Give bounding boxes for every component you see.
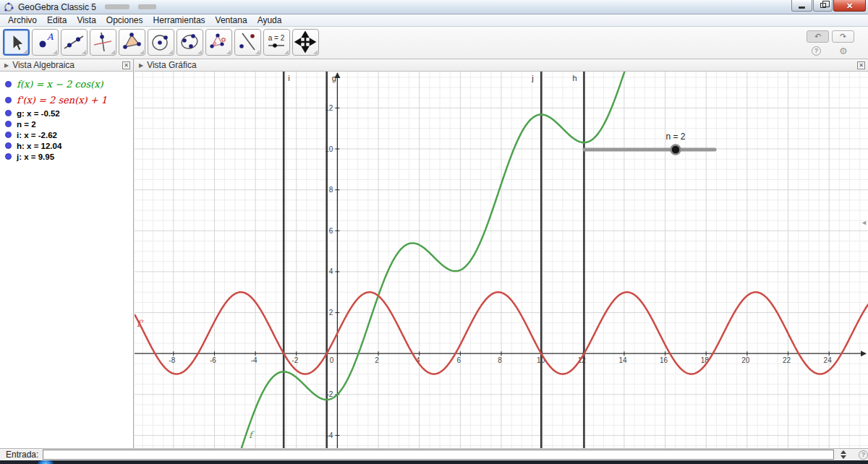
line-label-j: j <box>531 74 533 82</box>
x-tick-label: -8 <box>169 356 175 364</box>
redacted-text <box>138 4 156 9</box>
x-tick-label: 22 <box>783 356 791 364</box>
input-bar: Entrada: ? <box>0 448 868 460</box>
menu-archivo[interactable]: Archivo <box>3 14 42 26</box>
menu-ventana[interactable]: Ventana <box>210 14 252 26</box>
svg-text:A: A <box>46 32 54 42</box>
x-tick-label: 2 <box>375 356 379 364</box>
x-tick-label: 14 <box>618 356 627 364</box>
toolbar: A <box>0 27 868 59</box>
undo-icon: ↶ <box>814 32 821 40</box>
redo-button[interactable]: ↷ <box>832 30 854 43</box>
visibility-bullet-icon[interactable] <box>5 153 12 160</box>
algebra-item[interactable]: n = 2 <box>0 119 133 129</box>
window-title: GeoGebra Classic 5 <box>18 2 96 12</box>
tool-line[interactable] <box>61 29 88 56</box>
x-tick-label: 6 <box>457 356 461 364</box>
graphics-canvas[interactable]: -8-6-4-224681012141618202224-4-224681012… <box>135 72 868 448</box>
x-tick-label: -4 <box>251 356 258 364</box>
visibility-bullet-icon[interactable] <box>5 97 12 103</box>
tool-angle[interactable] <box>205 29 232 56</box>
x-tick-label: 16 <box>660 356 668 364</box>
algebra-item[interactable]: i: x = -2.62 <box>0 129 133 140</box>
curve-label-f: f <box>249 429 255 440</box>
entrada-input[interactable] <box>43 450 834 460</box>
tool-point[interactable]: A <box>32 29 59 56</box>
line-label-i: i <box>288 74 289 82</box>
help-button[interactable]: ? <box>812 46 821 56</box>
visibility-bullet-icon[interactable] <box>5 121 12 127</box>
input-label: Entrada: <box>6 450 38 460</box>
origin-label: 0 <box>330 356 334 364</box>
tool-move[interactable] <box>3 29 30 56</box>
line-label-g: g <box>332 74 336 82</box>
algebra-view: f(x) = x − 2 cos(x)f'(x) = 2 sen(x) + 1g… <box>0 72 134 448</box>
graphics-view: -8-6-4-224681012141618202224-4-224681012… <box>135 72 868 448</box>
panel-collapse-arrow-icon[interactable]: ◄ <box>861 219 867 226</box>
slider-label: n = 2 <box>665 132 685 142</box>
algebra-view-header: ▶ Vista Algebraica ✕ <box>0 59 134 72</box>
algebra-item-text: f'(x) = 2 sen(x) + 1 <box>17 95 107 106</box>
algebra-item[interactable]: f(x) = x − 2 cos(x) <box>0 76 133 92</box>
menu-bar: ArchivoEditaVistaOpcionesHerramientasVen… <box>0 14 868 27</box>
tool-conic-through-points[interactable] <box>176 29 203 56</box>
algebra-item-text: i: x = -2.62 <box>17 131 57 139</box>
menu-ayuda[interactable]: Ayuda <box>252 14 287 26</box>
minimize-icon <box>799 7 805 9</box>
visibility-bullet-icon[interactable] <box>5 142 12 149</box>
graphics-view-header: ▶ Vista Gráfica ✕ <box>135 59 868 72</box>
y-tick-label: 2 <box>329 309 333 317</box>
minimize-button[interactable] <box>791 0 812 12</box>
down-arrow-icon <box>841 455 846 459</box>
menu-edita[interactable]: Edita <box>42 14 72 26</box>
algebra-item[interactable]: g: x = -0.52 <box>0 108 133 119</box>
algebra-close-button[interactable]: ✕ <box>122 61 130 69</box>
tool-slider[interactable]: a = 2 <box>263 29 290 56</box>
slider-icon-label: a = 2 <box>268 34 285 42</box>
input-stepper[interactable] <box>838 450 848 459</box>
algebra-item[interactable]: f'(x) = 2 sen(x) + 1 <box>0 92 133 108</box>
redo-icon: ↷ <box>840 32 846 40</box>
visibility-bullet-icon[interactable] <box>5 110 12 116</box>
input-help-button[interactable]: ? <box>859 450 868 460</box>
graphics-close-button[interactable]: ✕ <box>857 61 865 69</box>
start-orb-icon <box>38 460 54 464</box>
visibility-bullet-icon[interactable] <box>5 81 12 87</box>
y-tick-label: 8 <box>329 186 333 194</box>
undo-button[interactable]: ↶ <box>807 30 829 43</box>
close-button[interactable]: ✕ <box>833 0 866 12</box>
taskbar-sliver <box>0 460 868 464</box>
expander-icon[interactable]: ▶ <box>139 62 143 69</box>
tool-circle-center-point[interactable] <box>148 29 174 56</box>
grid-major <box>135 72 868 448</box>
algebra-item-text: n = 2 <box>17 120 36 129</box>
expander-icon[interactable]: ▶ <box>4 62 9 69</box>
x-tick-label: -6 <box>210 356 216 364</box>
y-tick-label: 6 <box>329 227 333 235</box>
x-axis-arrow-icon <box>861 351 867 356</box>
slider-knob[interactable] <box>671 145 681 155</box>
line-label-h: h <box>572 74 576 82</box>
graphics-view-title: Vista Gráfica <box>147 60 196 70</box>
up-arrow-icon <box>841 450 846 454</box>
algebra-item-text: h: x = 12.04 <box>17 142 61 150</box>
tool-move-graphics-view[interactable] <box>292 29 319 56</box>
y-tick-label: 4 <box>329 267 333 275</box>
curve-f[interactable] <box>227 72 639 448</box>
settings-gear-icon[interactable]: ⚙ <box>839 46 848 56</box>
algebra-item-text: g: x = -0.52 <box>17 109 60 118</box>
title-bar[interactable]: GeoGebra Classic 5 ✕ <box>0 0 868 14</box>
x-tick-label: 8 <box>498 356 502 364</box>
algebra-item[interactable]: h: x = 12.04 <box>0 140 133 151</box>
tool-perpendicular-line[interactable] <box>90 29 116 56</box>
algebra-item[interactable]: j: x = 9.95 <box>0 151 133 162</box>
maximize-button[interactable] <box>813 0 833 12</box>
visibility-bullet-icon[interactable] <box>5 132 12 138</box>
algebra-item-text: f(x) = x − 2 cos(x) <box>17 79 103 90</box>
menu-opciones[interactable]: Opciones <box>101 14 148 26</box>
menu-vista[interactable]: Vista <box>72 14 101 26</box>
restore-icon <box>820 3 826 8</box>
tool-polygon[interactable] <box>119 29 145 56</box>
tool-reflect-about-line[interactable] <box>234 29 261 56</box>
menu-herramientas[interactable]: Herramientas <box>148 14 210 26</box>
